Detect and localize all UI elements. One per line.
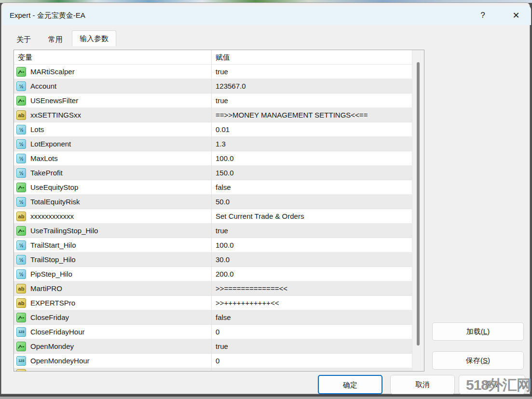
param-row[interactable]: 123CloseFridayHour0 <box>14 325 424 339</box>
param-row[interactable]: ½MaxLots100.0 <box>14 151 424 166</box>
param-row[interactable]: abEXPERTSPro>>+++++++++++<< <box>14 296 424 310</box>
param-name: TotalEquityRisk <box>30 198 80 206</box>
vertical-scrollbar[interactable] <box>412 50 424 371</box>
param-row[interactable]: OpenMondeytrue <box>14 339 424 354</box>
param-row[interactable]: ½PipStep_Hilo200.0 <box>14 267 424 281</box>
double-param-icon: ½ <box>16 154 26 163</box>
param-row[interactable]: UseTrailingStop_Hilotrue <box>14 224 424 238</box>
save-button[interactable]: 保存(S) <box>432 351 524 370</box>
param-name: OpenMondey <box>30 342 74 350</box>
param-row[interactable]: MARtiScalpertrue <box>14 65 424 79</box>
param-name-cell: ½Lots <box>14 122 212 136</box>
string-param-icon: ab <box>16 298 26 308</box>
scrollbar-thumb[interactable] <box>417 62 420 346</box>
tab-input-parameters[interactable]: 输入参数 <box>72 30 116 46</box>
param-value[interactable]: 200.0 <box>212 267 411 281</box>
reset-button[interactable]: 重设 <box>459 375 525 394</box>
param-row[interactable]: abxxSETTINGSxx==>>MONEY MANAGEMENT SETTI… <box>14 108 424 122</box>
bool-param-icon <box>16 96 26 106</box>
param-value[interactable]: true <box>212 224 411 238</box>
param-name: MARtiScalper <box>30 67 75 76</box>
param-name: USEnewsFilter <box>30 96 78 105</box>
param-value[interactable]: 1.3 <box>212 137 411 151</box>
param-name-cell: abxxxxxxxxxxxx <box>14 209 212 223</box>
param-row[interactable]: ½Account123567.0 <box>14 79 424 93</box>
param-value[interactable]: false <box>212 310 411 324</box>
bool-param-icon <box>16 313 26 322</box>
double-param-icon: ½ <box>16 125 26 134</box>
param-value[interactable]: true <box>212 65 411 79</box>
param-row[interactable]: ½Lots0.01 <box>14 122 424 137</box>
tab-common[interactable]: 常用 <box>41 33 70 46</box>
table-header-row: 变量 赋值 <box>14 50 424 65</box>
param-value[interactable]: >>=============<< <box>212 281 411 295</box>
param-name-cell: ½TotalEquityRisk <box>14 195 212 209</box>
param-name: Lots <box>30 125 44 133</box>
param-name: Account <box>30 82 56 90</box>
param-row[interactable]: ½TrailStart_Hilo100.0 <box>14 238 424 253</box>
param-name: EXPERTSPro <box>30 299 75 307</box>
param-value[interactable]: ==>>MONEY MANAGEMENT SETTINGS<<== <box>212 108 411 122</box>
param-value[interactable]: Set Current Trade & Orders <box>212 209 411 223</box>
double-param-icon: ½ <box>16 139 26 149</box>
param-value[interactable]: 123567.0 <box>212 79 411 93</box>
help-button[interactable]: ? <box>473 6 492 25</box>
dialog-title: Expert - 金元宝黄金-EA <box>10 6 85 25</box>
param-row[interactable]: ½TrailStop_Hilo30.0 <box>14 253 424 267</box>
param-value[interactable]: 30.0 <box>212 253 411 266</box>
double-param-icon: ½ <box>16 269 26 279</box>
param-name-cell: UseTrailingStop_Hilo <box>14 224 212 238</box>
param-name-cell: OpenMondey <box>14 339 212 353</box>
param-value[interactable]: true <box>212 93 411 107</box>
cancel-button[interactable]: 取消 <box>390 375 455 394</box>
param-name: MaxLots <box>30 154 58 162</box>
param-row[interactable]: USEnewsFiltertrue <box>14 93 424 108</box>
param-name-cell: 123OpenMondeyHour <box>14 354 212 368</box>
param-value[interactable]: 50.0 <box>212 195 411 209</box>
param-name-cell: USEnewsFilter <box>14 93 212 107</box>
param-row[interactable]: ½TotalEquityRisk50.0 <box>14 195 424 209</box>
param-name-cell: abxxSETTINGSxx <box>14 108 212 122</box>
param-row[interactable]: ½LotExponent1.3 <box>14 137 424 151</box>
param-value[interactable]: >>+++++++++++<< <box>212 296 411 310</box>
param-value[interactable]: false <box>212 180 411 194</box>
param-row-partial[interactable]: ab <box>14 368 424 371</box>
dialog-titlebar[interactable]: Expert - 金元宝黄金-EA ? ✕ <box>3 6 531 25</box>
load-button[interactable]: 加载(L) <box>432 322 524 341</box>
double-param-icon: ½ <box>16 81 26 91</box>
param-name: CloseFridayHour <box>30 328 85 336</box>
param-name-cell: ½TrailStop_Hilo <box>14 253 212 266</box>
param-value[interactable]: 0 <box>212 325 411 339</box>
bool-param-icon <box>16 183 26 192</box>
param-name: TrailStart_Hilo <box>30 241 76 249</box>
ok-button[interactable]: 确定 <box>318 375 382 394</box>
column-splitter[interactable] <box>211 50 212 371</box>
double-param-icon: ½ <box>16 197 26 207</box>
param-row[interactable]: abxxxxxxxxxxxxSet Current Trade & Orders <box>14 209 424 224</box>
param-value[interactable]: true <box>212 339 411 353</box>
param-row[interactable]: 123OpenMondeyHour0 <box>14 354 424 368</box>
param-name: OpenMondeyHour <box>30 357 90 365</box>
column-header-variable: 变量 <box>18 50 32 65</box>
string-param-icon: ab <box>16 369 26 371</box>
param-value[interactable]: 0 <box>212 354 411 368</box>
param-name: CloseFriday <box>30 313 69 321</box>
param-name-cell: ½PipStep_Hilo <box>14 267 212 281</box>
param-row[interactable]: abMartiPRO>>=============<< <box>14 281 424 296</box>
param-value[interactable]: 100.0 <box>212 151 411 165</box>
tab-about[interactable]: 关于 <box>8 33 39 46</box>
double-param-icon: ½ <box>16 168 26 178</box>
parameters-table: 变量 赋值 MARtiScalpertrue½Account123567.0US… <box>14 50 424 372</box>
param-value[interactable]: 150.0 <box>212 166 411 180</box>
param-name-cell: ½TakeProfit <box>14 166 212 180</box>
param-value[interactable]: 0.01 <box>212 122 411 136</box>
param-row[interactable]: ½TakeProfit150.0 <box>14 166 424 180</box>
bool-param-icon <box>16 67 26 77</box>
param-row[interactable]: CloseFridayfalse <box>14 310 424 325</box>
string-param-icon: ab <box>16 110 26 120</box>
string-param-icon: ab <box>16 212 26 221</box>
close-button[interactable]: ✕ <box>505 6 528 25</box>
double-param-icon: ½ <box>16 240 26 250</box>
param-value[interactable]: 100.0 <box>212 238 411 252</box>
param-row[interactable]: UseEquityStopfalse <box>14 180 424 195</box>
